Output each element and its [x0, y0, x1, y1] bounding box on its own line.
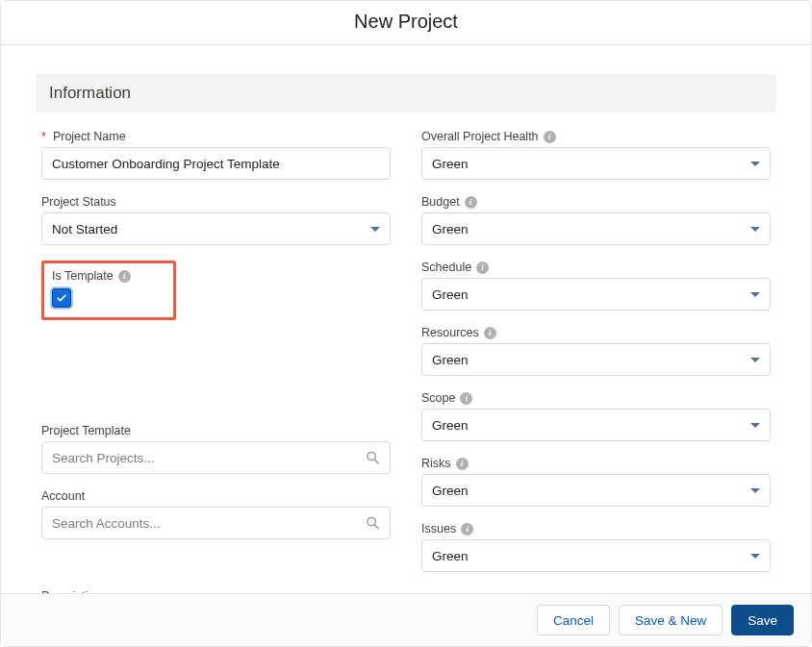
label-project-template: Project Template — [41, 424, 391, 437]
save-button[interactable]: Save — [731, 605, 794, 635]
chevron-down-icon — [750, 162, 760, 166]
select-resources[interactable]: Green — [421, 343, 771, 376]
select-scope[interactable]: Green — [421, 409, 771, 441]
select-overall-health[interactable]: Green — [421, 147, 771, 180]
info-icon[interactable]: i — [476, 261, 489, 274]
info-icon[interactable]: i — [456, 458, 469, 470]
select-risks[interactable]: Green — [421, 474, 771, 507]
modal-header: New Project — [1, 1, 811, 44]
info-icon[interactable]: i — [544, 131, 556, 143]
input-project-name[interactable] — [41, 147, 391, 180]
info-icon[interactable]: i — [465, 196, 477, 209]
lookup-account[interactable]: Search Accounts... — [41, 507, 391, 539]
label-is-template: Is Template i — [52, 269, 164, 283]
save-and-new-button[interactable]: Save & New — [619, 605, 723, 635]
field-schedule: Schedule i Green — [421, 261, 771, 311]
highlight-is-template: Is Template i — [41, 261, 176, 320]
label-overall-health: Overall Project Health i — [421, 130, 771, 143]
field-issues: Issues i Green — [421, 522, 771, 572]
field-scope: Scope i Green — [421, 391, 771, 441]
search-icon — [366, 516, 380, 531]
info-icon[interactable]: i — [484, 327, 496, 339]
label-risks: Risks i — [421, 457, 771, 470]
field-project-name: * Project Name — [41, 130, 391, 180]
label-budget: Budget i — [421, 195, 771, 209]
lookup-project-template[interactable]: Search Projects... — [41, 441, 391, 474]
field-project-template: Project Template Search Projects... — [41, 424, 391, 474]
label-account: Account — [41, 489, 391, 503]
label-project-status: Project Status — [41, 195, 391, 209]
label-scope: Scope i — [421, 391, 771, 405]
field-budget: Budget i Green — [421, 195, 771, 245]
field-risks: Risks i Green — [421, 457, 771, 507]
section-information-heading: Information — [36, 74, 776, 112]
chevron-down-icon — [750, 488, 760, 493]
chevron-down-icon — [750, 358, 760, 362]
select-project-status[interactable]: Not Started — [41, 212, 391, 245]
label-resources: Resources i — [421, 326, 771, 339]
cancel-button[interactable]: Cancel — [537, 605, 610, 635]
field-account: Account Search Accounts... — [41, 489, 391, 539]
chevron-down-icon — [370, 227, 380, 232]
label-project-name: * Project Name — [41, 130, 391, 143]
chevron-down-icon — [750, 554, 760, 559]
right-column: Overall Project Health i Green Budget i … — [421, 130, 771, 572]
info-icon[interactable]: i — [461, 523, 473, 535]
chevron-down-icon — [750, 423, 760, 428]
left-column: * Project Name Project Status Not Starte… — [41, 130, 391, 572]
new-project-modal: New Project Information * Project Name P… — [0, 0, 812, 647]
form-grid: * Project Name Project Status Not Starte… — [36, 130, 776, 572]
check-icon — [56, 292, 67, 304]
info-icon[interactable]: i — [460, 392, 472, 405]
select-budget[interactable]: Green — [421, 212, 771, 245]
info-icon[interactable]: i — [118, 270, 131, 283]
modal-title: New Project — [1, 11, 811, 33]
label-issues: Issues i — [421, 522, 771, 535]
label-schedule: Schedule i — [421, 261, 771, 274]
search-icon — [366, 451, 380, 465]
field-resources: Resources i Green — [421, 326, 771, 376]
form-scroll-area[interactable]: Information * Project Name Project Statu… — [1, 45, 811, 593]
select-issues[interactable]: Green — [421, 539, 771, 572]
field-project-status: Project Status Not Started — [41, 195, 391, 245]
required-star: * — [41, 130, 46, 143]
select-schedule[interactable]: Green — [421, 278, 771, 311]
label-description: Description — [36, 589, 776, 593]
svg-line-3 — [374, 525, 378, 529]
field-overall-health: Overall Project Health i Green — [421, 130, 771, 180]
chevron-down-icon — [750, 292, 760, 297]
chevron-down-icon — [750, 227, 760, 232]
spacer — [41, 336, 391, 409]
modal-footer: Cancel Save & New Save — [1, 593, 811, 646]
checkbox-is-template[interactable] — [52, 288, 71, 308]
svg-line-1 — [374, 460, 378, 463]
